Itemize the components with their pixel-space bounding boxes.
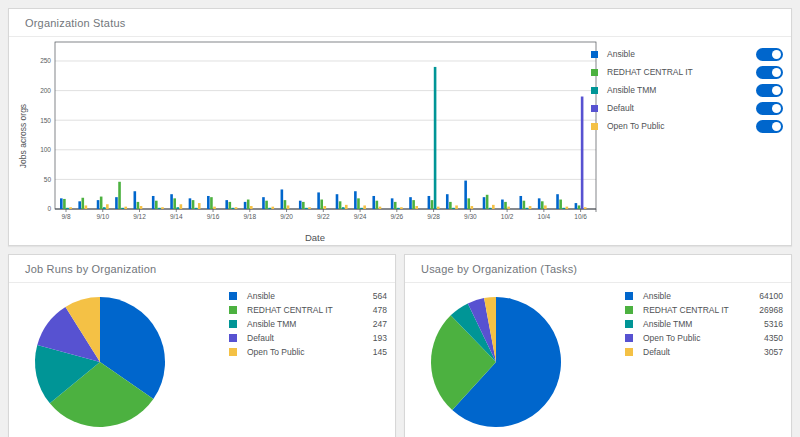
x-tick-label: 9/18 — [243, 213, 256, 220]
usage-title: Usage by Organization (Tasks) — [405, 255, 791, 283]
bar-ansible-tmm — [562, 208, 565, 209]
bar-redhat-central-it — [541, 201, 544, 209]
bar-ansible — [372, 196, 375, 209]
bar-open-to-public — [400, 207, 403, 209]
bar-ansible — [170, 194, 173, 209]
legend-item-0: Ansible64100 — [625, 289, 783, 303]
legend-label: Ansible — [607, 49, 756, 59]
legend-swatch — [591, 87, 598, 94]
toggle-knob — [772, 122, 781, 131]
legend-toggle-switch[interactable] — [756, 66, 783, 79]
legend-item-0: Ansible — [591, 47, 783, 61]
bar-redhat-central-it — [339, 201, 342, 209]
bar-ansible — [152, 196, 155, 209]
legend-swatch — [591, 123, 598, 130]
bar-ansible — [428, 196, 431, 209]
legend-label: Open To Public — [607, 121, 756, 131]
legend-label: REDHAT CENTRAL IT — [247, 305, 373, 315]
bar-ansible — [483, 197, 486, 209]
bar-ansible — [556, 194, 559, 209]
bar-ansible — [538, 198, 541, 209]
legend-toggle-switch[interactable] — [756, 84, 783, 97]
usage-legend: Ansible64100REDHAT CENTRAL IT26968Ansibl… — [625, 289, 783, 359]
bar-ansible — [60, 198, 63, 209]
bar-open-to-public — [566, 207, 569, 209]
legend-value: 478 — [373, 305, 387, 315]
legend-toggle-switch[interactable] — [756, 102, 783, 115]
legend-label: Open To Public — [643, 333, 764, 343]
bar-ansible — [501, 200, 504, 209]
x-tick-label: 9/24 — [354, 213, 367, 220]
x-axis-title: Date — [305, 232, 325, 243]
bar-ansible-tmm — [232, 208, 235, 209]
bar-open-to-public — [85, 205, 88, 209]
bar-open-to-public — [287, 205, 290, 209]
bar-redhat-central-it — [155, 201, 158, 209]
bar-redhat-central-it — [302, 202, 305, 209]
bar-open-to-public — [69, 207, 72, 209]
x-tick-label: 9/16 — [207, 213, 220, 220]
bar-ansible — [317, 192, 320, 209]
x-tick-label: 10/6 — [574, 213, 587, 220]
toggle-knob — [772, 68, 781, 77]
bar-open-to-public — [345, 205, 348, 209]
bar-ansible — [207, 196, 210, 209]
legend-swatch — [625, 334, 633, 342]
bar-ansible-tmm — [526, 208, 529, 209]
legend-item-0: Ansible564 — [229, 289, 387, 303]
legend-item-4: Open To Public — [591, 119, 783, 133]
legend-item-2: Ansible TMM — [591, 83, 783, 97]
x-tick-label: 9/28 — [427, 213, 440, 220]
bar-open-to-public — [235, 207, 238, 209]
bar-open-to-public — [492, 205, 495, 209]
bar-open-to-public — [507, 207, 510, 209]
bar-ansible-tmm — [452, 208, 455, 209]
legend-swatch — [625, 292, 633, 300]
jobs-bar-chart: 0501001502002509/89/109/129/149/169/189/… — [15, 41, 601, 246]
bar-redhat-central-it — [173, 198, 176, 209]
bar-redhat-central-it — [118, 182, 121, 209]
bar-redhat-central-it — [449, 202, 452, 209]
legend-swatch — [625, 320, 633, 328]
legend-item-1: REDHAT CENTRAL IT478 — [229, 303, 387, 317]
y-tick-label: 150 — [40, 117, 51, 124]
legend-toggle-switch[interactable] — [756, 48, 783, 61]
bar-ansible-tmm — [121, 208, 124, 209]
bar-ansible-tmm — [176, 207, 179, 209]
legend-label: Ansible TMM — [643, 319, 764, 329]
bar-redhat-central-it — [559, 200, 562, 209]
bar-ansible — [464, 181, 467, 209]
bar-redhat-central-it — [467, 198, 470, 209]
bar-ansible — [115, 197, 118, 209]
bar-open-to-public — [106, 204, 109, 209]
bar-open-to-public — [584, 207, 587, 209]
legend-swatch — [229, 334, 237, 342]
bar-ansible-tmm — [103, 207, 106, 209]
bar-open-to-public — [455, 205, 458, 209]
bar-open-to-public — [415, 206, 418, 209]
bar-ansible-tmm — [158, 208, 161, 209]
legend-label: Ansible TMM — [247, 319, 373, 329]
legend-item-3: Default — [591, 101, 783, 115]
bar-ansible-tmm — [434, 67, 437, 209]
bar-open-to-public — [271, 207, 274, 209]
bar-ansible-tmm — [195, 208, 198, 209]
bar-open-to-public — [324, 206, 327, 209]
bar-ansible — [281, 189, 284, 209]
legend-item-4: Default3057 — [625, 345, 783, 359]
bar-ansible — [78, 201, 81, 209]
bar-redhat-central-it — [192, 200, 195, 209]
bar-redhat-central-it — [394, 202, 397, 209]
bar-redhat-central-it — [504, 202, 507, 209]
legend-toggle-switch[interactable] — [756, 120, 783, 133]
legend-label: Default — [643, 347, 764, 357]
legend-item-2: Ansible TMM5316 — [625, 317, 783, 331]
x-tick-label: 9/14 — [170, 213, 183, 220]
bar-redhat-central-it — [247, 200, 250, 209]
bar-open-to-public — [250, 206, 253, 209]
legend-value: 247 — [373, 319, 387, 329]
bar-ansible — [225, 200, 228, 209]
legend-label: Ansible — [643, 291, 759, 301]
bar-ansible-tmm — [489, 208, 492, 209]
bar-open-to-public — [198, 203, 201, 209]
